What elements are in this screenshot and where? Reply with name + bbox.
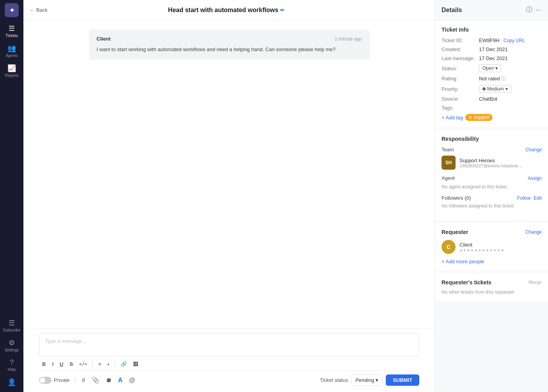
- status-select[interactable]: Pending ▾: [351, 374, 383, 386]
- page-header: ← Back Head start with automated workflo…: [23, 0, 435, 20]
- requester-avatar: C: [442, 240, 456, 254]
- ticket-status-label: Ticket status: [320, 377, 348, 383]
- sidebar-item-label: Subscribe: [3, 328, 20, 332]
- sidebar-item-settings[interactable]: ⚙ Settings: [2, 336, 22, 355]
- team-card: SH Support Heroes 1982809227@tickets.hel…: [442, 156, 542, 170]
- assign-link[interactable]: Assign: [528, 176, 542, 181]
- chevron-down-icon: ▾: [376, 377, 378, 383]
- italic-button[interactable]: I: [50, 360, 56, 369]
- compose-input[interactable]: Type a message...: [39, 333, 419, 357]
- merge-link[interactable]: Merge: [528, 280, 542, 285]
- settings-icon: ⚙: [9, 339, 15, 347]
- footer-divider: |: [74, 377, 75, 383]
- ticket-info-section: Ticket info Ticket ID: EW8F9H Copy URL C…: [435, 20, 548, 129]
- sidebar-item-user[interactable]: 👤: [2, 376, 22, 389]
- ticket-status-badge[interactable]: Open ▾: [479, 64, 501, 72]
- edit-followers-link[interactable]: Edit: [534, 195, 542, 201]
- panel-header: Details ⓘ ⋯: [435, 0, 548, 20]
- followers-subsection: Followers (0) Follow Edit No followers a…: [442, 195, 542, 209]
- compose-footer: Private | # 📎 ⏺ A @ Ticket status Pendin…: [39, 371, 419, 386]
- user-icon: 👤: [7, 378, 16, 387]
- back-button[interactable]: ← Back: [30, 7, 48, 13]
- add-more-people-link[interactable]: + Add more people: [442, 259, 542, 264]
- compose-placeholder: Type a message...: [45, 338, 86, 344]
- source-label: Source:: [442, 96, 477, 102]
- main-content: ← Back Head start with automated workflo…: [23, 0, 435, 392]
- created-row: Created: 17 Dec 2021: [442, 46, 542, 52]
- requester-info: Client ● ● ● ● ● ● ● ● ● ● ● ●: [459, 242, 504, 252]
- priority-label: Priority:: [442, 86, 477, 92]
- ordered-list-button[interactable]: ≡: [96, 360, 104, 369]
- ticket-id-value: EW8F9H: [479, 37, 500, 43]
- rating-label: Rating:: [442, 76, 477, 82]
- submit-button[interactable]: SUBMIT: [386, 374, 419, 386]
- priority-dot: [482, 87, 486, 90]
- compose-footer-left: Private | # 📎 ⏺ A @: [39, 376, 137, 385]
- private-switch[interactable]: [39, 377, 51, 384]
- unordered-list-button[interactable]: •: [105, 360, 112, 369]
- sidebar-item-help[interactable]: ? Help: [2, 356, 22, 374]
- status-value: Pending: [355, 377, 374, 383]
- tickets-icon: ☰: [9, 24, 15, 33]
- requester-change-link[interactable]: Change: [525, 229, 542, 235]
- team-name: Support Heroes: [459, 158, 523, 163]
- team-info: Support Heroes 1982809227@tickets.helpde…: [459, 158, 523, 168]
- priority-row: Priority: Medium ▾: [442, 85, 542, 93]
- record-button[interactable]: ⏺: [104, 376, 114, 385]
- rating-value: Not rated: [479, 76, 500, 82]
- requester-section: Requester Change C Client ● ● ● ● ● ● ● …: [435, 223, 548, 273]
- follow-edit-links: Follow Edit: [517, 195, 542, 201]
- more-options-icon[interactable]: ⋯: [536, 6, 542, 14]
- edit-title-icon[interactable]: ✏: [280, 7, 285, 13]
- hashtag-button[interactable]: #: [80, 376, 87, 385]
- underline-button[interactable]: U: [57, 360, 66, 369]
- message-text: I want to start working with automated w…: [97, 46, 362, 53]
- requester-card: C Client ● ● ● ● ● ● ● ● ● ● ● ●: [442, 240, 542, 254]
- link-button[interactable]: 🔗: [118, 360, 129, 369]
- private-label: Private: [54, 377, 69, 383]
- sidebar-item-agents[interactable]: 👥 Agents: [2, 42, 22, 60]
- tag-remove-icon[interactable]: ✕: [468, 115, 472, 120]
- sidebar-item-tickets[interactable]: ☰ Tickets: [2, 22, 22, 40]
- attachment-button[interactable]: 📎: [90, 376, 101, 385]
- bold-button[interactable]: B: [40, 360, 48, 369]
- priority-badge[interactable]: Medium ▾: [479, 85, 511, 93]
- rating-info-icon[interactable]: ⓘ: [501, 75, 506, 82]
- message-bubble: Client 1 minute ago I want to start work…: [89, 30, 370, 60]
- add-tag-link[interactable]: + Add tag: [442, 115, 463, 121]
- requester-title: Requester: [442, 229, 468, 235]
- copy-url-link[interactable]: Copy URL: [504, 38, 525, 43]
- requester-header: Requester Change: [442, 229, 542, 235]
- status-badge-value: Open: [482, 66, 494, 71]
- requester-tickets-section: Requester's tickets Merge No other ticke…: [435, 273, 548, 301]
- responsibility-section: Responsibility Team Change SH Support He…: [435, 129, 548, 223]
- mention-button[interactable]: @: [127, 376, 137, 385]
- sidebar-item-subscribe[interactable]: ☰ Subscribe: [2, 316, 22, 335]
- sidebar-logo: ✦: [5, 3, 19, 17]
- last-message-row: Last message: 17 Dec 2021: [442, 55, 542, 61]
- status-row: Status: Open ▾: [442, 64, 542, 72]
- info-icon[interactable]: ⓘ: [526, 6, 532, 14]
- status-label: Status:: [442, 66, 477, 71]
- follow-link[interactable]: Follow: [517, 195, 531, 201]
- agent-label: Agent: [442, 175, 455, 181]
- tags-label: Tags:: [442, 105, 477, 111]
- image-button[interactable]: 🖼: [131, 360, 140, 369]
- responsibility-title: Responsibility: [442, 136, 479, 142]
- team-label: Team: [442, 147, 454, 153]
- requester-tickets-title: Requester's tickets: [442, 279, 491, 286]
- compose-area: Type a message... B I U S </> ≡ • 🔗 🖼 Pr…: [23, 328, 435, 392]
- private-toggle[interactable]: Private: [39, 377, 69, 384]
- code-button[interactable]: </>: [77, 360, 89, 368]
- agents-icon: 👥: [7, 44, 16, 53]
- font-color-button[interactable]: A: [117, 376, 124, 385]
- team-change-link[interactable]: Change: [525, 147, 542, 153]
- message-header: Client 1 minute ago: [97, 36, 362, 42]
- message-time: 1 minute ago: [335, 36, 362, 42]
- team-subsection: Team Change SH Support Heroes 1982809227…: [442, 147, 542, 170]
- ticket-id-row: Ticket ID: EW8F9H Copy URL: [442, 37, 542, 43]
- strikethrough-button[interactable]: S: [67, 360, 75, 369]
- sidebar-item-reports[interactable]: 📈 Reports: [2, 62, 22, 80]
- status-chevron-icon: ▾: [495, 66, 498, 71]
- responsibility-header: Responsibility: [442, 136, 542, 142]
